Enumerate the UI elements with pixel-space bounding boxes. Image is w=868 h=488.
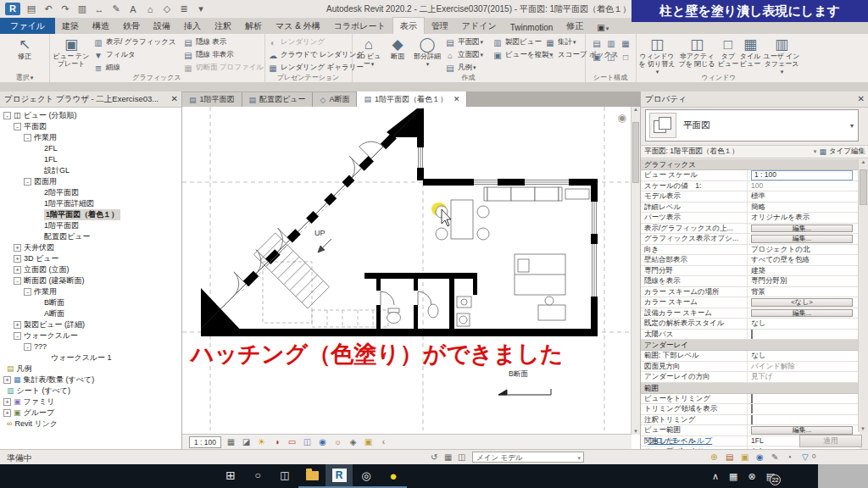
tree-item[interactable]: +▣ファミリ xyxy=(0,396,181,408)
revit-logo-icon[interactable]: R xyxy=(5,3,20,15)
worksets-icon[interactable]: ⊕ xyxy=(710,452,717,462)
start-button[interactable]: ⊞ xyxy=(217,464,244,488)
panel-select-label[interactable]: 選択 xyxy=(0,73,49,82)
task-view-button[interactable]: ◫ xyxy=(271,464,298,488)
undo-icon[interactable]: ↶ xyxy=(42,3,54,14)
crop-region-icon[interactable]: ◫ xyxy=(302,437,313,446)
revisions-icon[interactable]: ▦ xyxy=(620,39,631,48)
section-icon[interactable]: ◇ xyxy=(161,3,173,14)
elevation-button[interactable]: ⌂ 立面図 xyxy=(445,49,483,61)
edit-type-button[interactable]: タイプ編集 xyxy=(829,147,865,157)
file-explorer-button[interactable] xyxy=(298,464,326,488)
design-options-icon[interactable]: ▤ xyxy=(726,452,733,462)
text-icon[interactable]: A xyxy=(127,4,139,14)
tab-structure[interactable]: 構造 xyxy=(86,18,116,34)
tree-item[interactable]: 1階平面図 xyxy=(0,220,181,231)
callout-button[interactable]: ◯ 部分詳細 xyxy=(412,36,442,68)
tab-addins[interactable]: アドイン xyxy=(455,18,504,34)
section-header[interactable]: 範囲 xyxy=(641,383,860,394)
modify-button[interactable]: ↖ 修正 xyxy=(8,36,41,60)
tab-analyze[interactable]: 解析 xyxy=(238,18,269,34)
tree-item[interactable]: -ウォークスルー xyxy=(0,330,181,341)
matchline-icon[interactable]: □ xyxy=(620,53,631,62)
ribbon-state-icon[interactable]: ▣ xyxy=(590,20,615,34)
edit-button[interactable]: 編集... xyxy=(751,225,853,233)
reveal-hidden-icon[interactable]: ☼ xyxy=(332,437,343,446)
tree-item[interactable]: 2FL xyxy=(0,143,181,154)
close-icon[interactable]: ✕ xyxy=(858,92,865,107)
tree-item[interactable]: ウォークスルー 1 xyxy=(0,352,181,363)
view-tab[interactable]: ▤1階平面図 xyxy=(182,92,242,107)
cortana-button[interactable]: ○ xyxy=(244,464,271,488)
active-model-dropdown[interactable]: メイン モデル xyxy=(472,452,584,463)
checkbox[interactable] xyxy=(751,330,753,339)
collapse-icon[interactable]: ‹ xyxy=(378,437,389,446)
tray-expand-icon[interactable]: ∧ xyxy=(712,471,719,482)
tree-item[interactable]: ∞Revit リンク xyxy=(0,419,181,430)
requests-icon[interactable]: ▣ xyxy=(741,452,748,462)
properties-header[interactable]: プロパティ ✕ xyxy=(641,92,868,108)
shadows-icon[interactable]: ◑ xyxy=(271,437,282,446)
visibility-graphics-button[interactable]: ▥ 表示/ グラフィックス xyxy=(93,36,176,48)
temporary-hide-icon[interactable]: ◉ xyxy=(317,437,328,446)
redo-icon[interactable]: ↷ xyxy=(59,3,71,14)
user-interface-button[interactable]: ▥ ユーザ インタフェース xyxy=(763,36,800,75)
visual-style-icon[interactable]: ◪ xyxy=(241,437,252,446)
tree-item[interactable]: 2階平面図 xyxy=(0,187,181,198)
sun-path-icon[interactable]: ☀ xyxy=(256,437,267,446)
render-in-cloud-button[interactable]: ☁ クラウドで レンダリング xyxy=(268,49,364,61)
plan-views-button[interactable]: ▤ 平面図 xyxy=(445,36,483,48)
color-scheme-button[interactable]: <なし> xyxy=(751,298,853,307)
tree-item[interactable]: 1階平面詳細図 xyxy=(0,198,181,209)
tree-item[interactable]: +製図ビュー (詳細) xyxy=(0,319,181,330)
tab-collaborate[interactable]: コラボレート xyxy=(327,18,392,34)
tree-item[interactable]: +天井伏図 xyxy=(0,242,181,253)
checkbox[interactable] xyxy=(751,394,753,403)
tab-annotate[interactable]: 注釈 xyxy=(208,18,238,34)
apply-button[interactable]: 適用 xyxy=(799,435,862,447)
instance-selector[interactable]: 平面図: 1階平面図（着色１） ▾ ▦ タイプ編集 xyxy=(641,145,868,158)
section-header[interactable]: アンダーレイ xyxy=(641,340,860,351)
tree-item[interactable]: +立面図 (立面) xyxy=(0,264,181,275)
panel-create-label[interactable]: 作成 xyxy=(352,73,585,82)
app-button[interactable]: ● xyxy=(380,464,407,488)
view-scale-button[interactable]: 1 : 100 xyxy=(189,436,221,448)
checkbox[interactable] xyxy=(751,404,753,413)
drawing-area[interactable]: UP B断面 ◉ xyxy=(182,107,640,449)
edit-button[interactable]: 編集... xyxy=(751,309,853,318)
thin-lines-button[interactable]: ≣ 細線 xyxy=(93,62,120,74)
tab-architecture[interactable]: 建築 xyxy=(55,18,86,34)
notification-icon[interactable]: ▤22 xyxy=(766,471,775,482)
new-sheet-icon[interactable]: ▤ xyxy=(592,39,602,48)
revit-taskbar-button[interactable]: R xyxy=(326,464,353,488)
tray-close-icon[interactable]: ⊗ xyxy=(748,471,755,482)
tree-item[interactable]: ▤凡例 xyxy=(0,363,181,374)
close-inactive-button[interactable]: ◫ 非アクティブを 閉じる xyxy=(678,36,715,68)
project-icon[interactable]: ▦ xyxy=(444,452,452,462)
measure-icon[interactable]: ✎ xyxy=(110,3,122,14)
tree-item[interactable]: ▥シート (すべて) xyxy=(0,385,181,396)
tab-massing-site[interactable]: マス & 外構 xyxy=(269,18,327,34)
tile-views-button[interactable]: ▦ タイル ビュー xyxy=(739,36,761,68)
tab-systems[interactable]: 設備 xyxy=(147,18,177,34)
section-button[interactable]: ◆ 断面 xyxy=(385,36,410,60)
tree-item[interactable]: -作業用 xyxy=(0,286,181,297)
tab-insert[interactable]: 挿入 xyxy=(177,18,208,34)
tab-views-button[interactable]: □ タブ ビュー xyxy=(717,36,739,68)
view-template-button[interactable]: ▣ ビュー テンプレート xyxy=(52,36,91,68)
chevron-down-icon[interactable]: ▾ xyxy=(814,148,817,155)
analytical-model-icon[interactable]: ◈ xyxy=(348,437,359,446)
tree-item[interactable]: -平面図 xyxy=(0,121,181,132)
switch-windows-button[interactable]: ◫ ウィンドウを 切り替え xyxy=(637,36,676,75)
tab-twinmotion[interactable]: Twinmotion xyxy=(504,20,560,34)
tree-item[interactable]: B断面 xyxy=(0,297,181,308)
thin-lines-icon[interactable]: ≣ xyxy=(178,3,190,14)
section-header[interactable]: グラフィックス xyxy=(641,159,860,170)
canvas-vertical-scrollbar[interactable]: ▲▼ xyxy=(631,107,640,435)
3d-view-button[interactable]: ⌂ 3D ビュー xyxy=(354,36,383,68)
panel-windows-label[interactable]: ウィンドウ xyxy=(636,73,802,82)
reveal-constraints-icon[interactable]: ▣ xyxy=(363,437,374,446)
viewport-icon[interactable]: ▣ xyxy=(592,53,602,62)
undo-history-icon[interactable]: ↺ xyxy=(431,452,437,462)
tab-manage[interactable]: 管理 xyxy=(425,18,455,34)
